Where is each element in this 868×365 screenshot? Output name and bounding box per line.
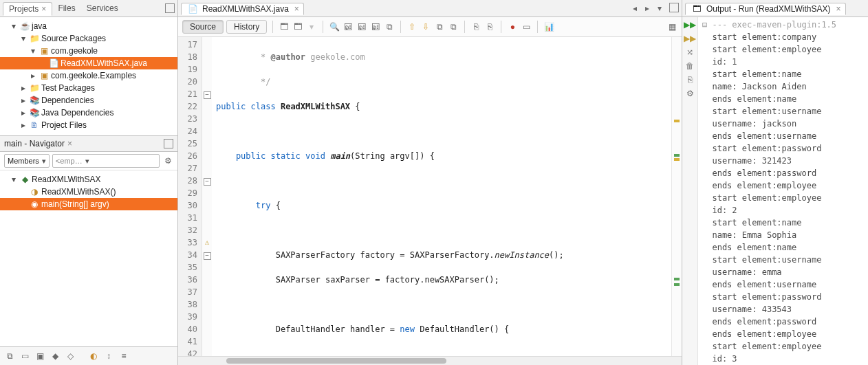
close-icon[interactable]: × bbox=[41, 4, 46, 14]
nav-down-icon[interactable]: ⇩ bbox=[420, 21, 431, 32]
tree-dependencies[interactable]: ▸📚Dependencies bbox=[0, 94, 177, 107]
nav-up-icon[interactable]: ⇧ bbox=[406, 21, 417, 32]
output-line: ends element:password bbox=[702, 167, 868, 179]
record-icon[interactable]: ● bbox=[507, 21, 518, 32]
tree-pkg-examples[interactable]: ▸▣com.geekole.Examples bbox=[0, 69, 177, 82]
rerun-icon[interactable]: ▶▶ bbox=[684, 34, 696, 43]
toolbar-icon[interactable]: ⎘ bbox=[688, 75, 693, 85]
navigator-toolbar: Members▾ <emp…▾ ⚙ bbox=[0, 152, 177, 170]
output-line: start element:password bbox=[702, 291, 868, 303]
tree-pkg-geekole[interactable]: ▾▣com.geekole bbox=[0, 45, 177, 57]
code-area[interactable]: * @author geekole.com */ public class Re… bbox=[212, 37, 671, 356]
output-tab[interactable]: 🗔 Output - Run (ReadXMLWithSAX) × bbox=[685, 3, 846, 15]
line-gutter[interactable]: 1718192021222324252627282930313233343536… bbox=[178, 37, 202, 356]
members-combo[interactable]: Members▾ bbox=[4, 154, 50, 168]
navigator-tree[interactable]: ▾◆ReadXMLWithSAX ◑ReadXMLWithSAX() ◉main… bbox=[0, 170, 177, 346]
close-icon[interactable]: × bbox=[836, 4, 841, 14]
settings-icon[interactable]: ⚙ bbox=[686, 89, 694, 98]
toolbar-icon[interactable]: ⎘ bbox=[470, 21, 481, 32]
output-line: username: emma bbox=[702, 266, 868, 278]
toolbar-icon[interactable]: 📊 bbox=[543, 21, 554, 32]
toolbar-icon[interactable]: 🗑 bbox=[686, 61, 694, 71]
output-line: ⊟ --- exec-maven-plugin:1.5 bbox=[702, 19, 868, 31]
grid-icon[interactable]: ▦ bbox=[666, 21, 677, 32]
ok-mark[interactable] bbox=[674, 283, 680, 286]
scrollbar-thumb[interactable] bbox=[226, 358, 446, 364]
filter-icon[interactable]: ↕ bbox=[103, 351, 114, 362]
tree-java-dependencies[interactable]: ▸📚Java Dependencies bbox=[0, 107, 177, 119]
output-line: start element:employee bbox=[702, 43, 868, 56]
close-icon[interactable]: × bbox=[67, 139, 72, 148]
navigator-filter-bar: ⧉ ▭ ▣ ◆ ◇ ◐ ↕ ≡ bbox=[0, 346, 177, 365]
filter-icon[interactable]: ≡ bbox=[118, 351, 129, 362]
stop-icon[interactable]: ⤮ bbox=[686, 47, 693, 57]
fold-toggle-icon[interactable]: − bbox=[204, 178, 211, 186]
close-icon[interactable]: × bbox=[294, 4, 299, 14]
editor-tab[interactable]: 📄 ReadXMLWithSAX.java × bbox=[181, 3, 304, 15]
minimize-panel-icon[interactable] bbox=[165, 3, 175, 13]
toolbar-icon[interactable]: 🗟 bbox=[356, 21, 367, 32]
error-stripe[interactable] bbox=[671, 37, 682, 356]
filter-icon[interactable]: ◆ bbox=[50, 351, 61, 362]
warning-mark[interactable] bbox=[674, 158, 680, 161]
toolbar-icon[interactable]: 🗟 bbox=[343, 21, 354, 32]
filter-icon[interactable]: ▭ bbox=[19, 351, 30, 362]
tab-projects[interactable]: Projects× bbox=[3, 2, 52, 16]
settings-icon[interactable]: ⚙ bbox=[162, 155, 173, 166]
editor-body: 1718192021222324252627282930313233343536… bbox=[178, 37, 682, 356]
projects-tree[interactable]: ▾☕java ▾📁Source Packages ▾▣com.geekole 📄… bbox=[0, 17, 177, 135]
toolbar-icon[interactable]: 🗔 bbox=[279, 21, 290, 32]
nav-main[interactable]: ◉main(String[] argv) bbox=[0, 198, 177, 210]
tree-label: Project Files bbox=[41, 120, 87, 130]
toolbar-icon[interactable]: ⎘ bbox=[484, 21, 495, 32]
tree-root-java[interactable]: ▾☕java bbox=[0, 20, 177, 32]
tree-file-readxml[interactable]: 📄ReadXMLWithSAX.java bbox=[0, 57, 177, 69]
output-line: ends element:employee bbox=[702, 179, 868, 192]
fold-column[interactable]: − − ⚠ − bbox=[202, 37, 212, 356]
toolbar-icon: ▾ bbox=[306, 21, 317, 32]
history-mode-button[interactable]: History bbox=[226, 20, 267, 34]
tab-services[interactable]: Services bbox=[81, 2, 124, 14]
nav-class[interactable]: ▾◆ReadXMLWithSAX bbox=[0, 173, 177, 186]
tab-list-icon[interactable]: ▾ bbox=[654, 3, 665, 14]
toolbar-icon[interactable]: 🗟 bbox=[370, 21, 381, 32]
fold-toggle-icon[interactable]: − bbox=[204, 91, 211, 99]
run-icon[interactable]: ▶▶ bbox=[684, 20, 696, 30]
editor-tabstrip: 📄 ReadXMLWithSAX.java × ◂ ▸ ▾ bbox=[178, 0, 682, 17]
tree-src-packages[interactable]: ▾📁Source Packages bbox=[0, 32, 177, 45]
java-file-icon: 📄 bbox=[48, 58, 59, 68]
filter-icon[interactable]: ◐ bbox=[88, 351, 99, 362]
minimize-panel-icon[interactable] bbox=[164, 139, 173, 148]
horizontal-scrollbar[interactable] bbox=[178, 356, 682, 365]
filter-icon[interactable]: ◇ bbox=[65, 351, 76, 362]
toolbar-icon[interactable]: ⧉ bbox=[434, 21, 445, 32]
fold-toggle-icon[interactable]: − bbox=[204, 252, 211, 260]
folder-icon: 📁 bbox=[29, 83, 40, 93]
toolbar-icon[interactable]: 🗔 bbox=[292, 21, 303, 32]
tree-project-files[interactable]: ▸🗎Project Files bbox=[0, 119, 177, 131]
filter-combo[interactable]: <emp…▾ bbox=[52, 154, 160, 168]
filter-icon[interactable]: ⧉ bbox=[4, 351, 15, 362]
editor-toolbar: Source History 🗔 🗔 ▾ 🔍 🗟 🗟 🗟 ⧉ ⇧ ⇩ ⧉ ⧉ ⎘… bbox=[178, 17, 682, 37]
tab-files[interactable]: Files bbox=[52, 2, 80, 14]
toolbar-icon[interactable]: ⧉ bbox=[384, 21, 395, 32]
tree-label: java bbox=[32, 21, 47, 31]
warning-mark[interactable] bbox=[674, 120, 680, 122]
warning-icon[interactable]: ⚠ bbox=[202, 236, 212, 249]
filter-icon[interactable]: ▣ bbox=[34, 351, 45, 362]
toolbar-icon[interactable]: ⧉ bbox=[448, 21, 459, 32]
source-mode-button[interactable]: Source bbox=[182, 20, 224, 34]
next-tab-icon[interactable]: ▸ bbox=[642, 3, 653, 14]
toolbar-icon[interactable]: ▭ bbox=[521, 21, 532, 32]
ok-mark[interactable] bbox=[674, 154, 680, 157]
toolbar-icon[interactable]: 🔍 bbox=[329, 21, 340, 32]
tree-test-packages[interactable]: ▸📁Test Packages bbox=[0, 82, 177, 94]
package-icon: ▣ bbox=[39, 71, 50, 80]
nav-ctor[interactable]: ◑ReadXMLWithSAX() bbox=[0, 186, 177, 198]
maximize-icon[interactable] bbox=[669, 3, 679, 12]
output-line: name: Emma Sophia bbox=[702, 229, 868, 241]
ok-mark[interactable] bbox=[674, 278, 680, 280]
prev-tab-icon[interactable]: ◂ bbox=[629, 3, 640, 14]
output-text[interactable]: ⊟ --- exec-maven-plugin:1.5 start elemen… bbox=[698, 17, 868, 365]
java-file-icon: 📄 bbox=[187, 4, 198, 14]
